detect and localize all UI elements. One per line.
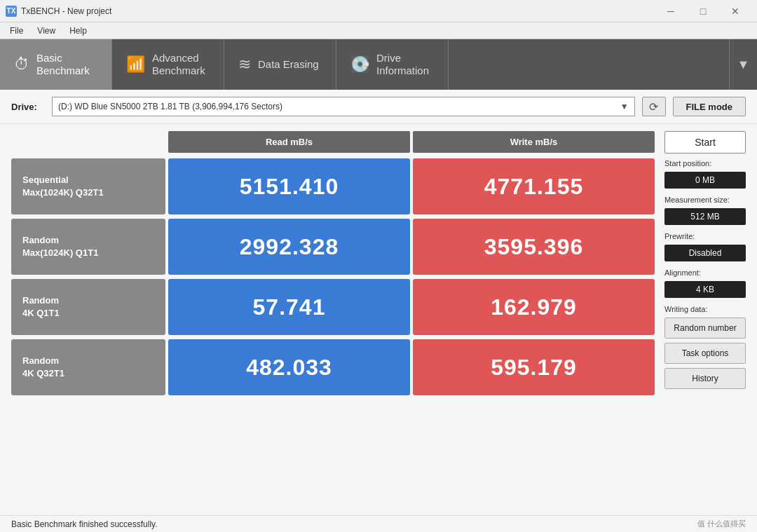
history-button[interactable]: History xyxy=(664,368,746,389)
table-row: SequentialMax(1024K) Q32T1 5151.410 4771… xyxy=(11,158,655,214)
row-write-seq: 4771.155 xyxy=(413,158,655,214)
data-erasing-icon: ≋ xyxy=(238,55,251,74)
header-read: Read mB/s xyxy=(168,131,410,153)
drive-bar: Drive: (D:) WD Blue SN5000 2TB 1.81 TB (… xyxy=(0,90,757,124)
tab-bar: ⏱ BasicBenchmark 📶 AdvancedBenchmark ≋ D… xyxy=(0,39,757,90)
row-label-rand1: RandomMax(1024K) Q1T1 xyxy=(11,219,165,275)
table-row: Random4K Q1T1 57.741 162.979 xyxy=(11,279,655,335)
task-options-button[interactable]: Task options xyxy=(664,343,746,364)
status-message: Basic Benchmark finished successfully. xyxy=(11,519,158,529)
tab-data-erasing[interactable]: ≋ Data Erasing xyxy=(224,39,336,90)
tab-advanced-label: AdvancedBenchmark xyxy=(152,52,205,77)
writing-data-button[interactable]: Random number xyxy=(664,318,746,339)
window-controls: ─ □ ✕ xyxy=(655,0,751,22)
table-header: Read mB/s Write mB/s xyxy=(11,131,655,153)
row-read-rand4kq32: 482.033 xyxy=(168,339,410,395)
drive-refresh-button[interactable]: ⟳ xyxy=(642,97,666,116)
tab-basic-label: BasicBenchmark xyxy=(36,52,90,77)
table-row: Random4K Q32T1 482.033 595.179 xyxy=(11,339,655,395)
row-read-rand4k: 57.741 xyxy=(168,279,410,335)
benchmark-table: Read mB/s Write mB/s SequentialMax(1024K… xyxy=(11,131,655,508)
writing-data-label: Writing data: xyxy=(664,305,746,313)
measurement-size-label: Measurement size: xyxy=(664,196,746,204)
status-bar: Basic Benchmark finished successfully. 值… xyxy=(0,515,757,532)
tab-basic-benchmark[interactable]: ⏱ BasicBenchmark xyxy=(0,39,112,90)
row-label-rand4kq32: Random4K Q32T1 xyxy=(11,339,165,395)
tab-erasing-label: Data Erasing xyxy=(258,58,319,71)
row-read-seq: 5151.410 xyxy=(168,158,410,214)
menu-bar: File View Help xyxy=(0,22,757,39)
start-position-label: Start position: xyxy=(664,159,746,168)
file-mode-button[interactable]: FILE mode xyxy=(673,97,746,116)
alignment-label: Alignment: xyxy=(664,268,746,277)
advanced-benchmark-icon: 📶 xyxy=(126,55,145,74)
drive-select-text: (D:) WD Blue SN5000 2TB 1.81 TB (3,906,9… xyxy=(58,102,282,111)
minimize-button[interactable]: ─ xyxy=(655,0,687,22)
watermark: 值 什么值得买 xyxy=(697,519,746,529)
start-position-value: 0 MB xyxy=(664,172,746,189)
row-label-rand4k: Random4K Q1T1 xyxy=(11,279,165,335)
prewrite-label: Prewrite: xyxy=(664,232,746,240)
sidebar: Start Start position: 0 MB Measurement s… xyxy=(655,131,746,508)
tab-drive-label: DriveInformation xyxy=(376,52,429,77)
menu-help[interactable]: Help xyxy=(62,25,94,37)
drive-info-icon: 💽 xyxy=(350,55,369,74)
window-title: TxBENCH - New project xyxy=(21,6,650,16)
start-button[interactable]: Start xyxy=(664,131,746,154)
drive-dropdown-arrow-icon: ▼ xyxy=(620,102,629,111)
measurement-size-value: 512 MB xyxy=(664,208,746,225)
tab-advanced-benchmark[interactable]: 📶 AdvancedBenchmark xyxy=(112,39,224,90)
title-bar: TX TxBENCH - New project ─ □ ✕ xyxy=(0,0,757,22)
drive-select[interactable]: (D:) WD Blue SN5000 2TB 1.81 TB (3,906,9… xyxy=(52,97,635,116)
app-icon: TX xyxy=(6,6,17,17)
tab-drive-information[interactable]: 💽 DriveInformation xyxy=(336,39,449,90)
row-write-rand4k: 162.979 xyxy=(413,279,655,335)
row-read-rand1: 2992.328 xyxy=(168,219,410,275)
menu-view[interactable]: View xyxy=(30,25,62,37)
close-button[interactable]: ✕ xyxy=(719,0,751,22)
row-write-rand4kq32: 595.179 xyxy=(413,339,655,395)
drive-label: Drive: xyxy=(11,102,45,112)
menu-file[interactable]: File xyxy=(3,25,30,37)
row-write-rand1: 3595.396 xyxy=(413,219,655,275)
results-area: Read mB/s Write mB/s SequentialMax(1024K… xyxy=(0,124,757,515)
table-row: RandomMax(1024K) Q1T1 2992.328 3595.396 xyxy=(11,219,655,275)
alignment-value: 4 KB xyxy=(664,281,746,298)
maximize-button[interactable]: □ xyxy=(687,0,719,22)
main-content: Drive: (D:) WD Blue SN5000 2TB 1.81 TB (… xyxy=(0,90,757,532)
tab-dropdown-button[interactable]: ▼ xyxy=(729,39,757,90)
header-write: Write mB/s xyxy=(413,131,655,153)
basic-benchmark-icon: ⏱ xyxy=(14,55,29,74)
row-label-seq: SequentialMax(1024K) Q32T1 xyxy=(11,158,165,214)
prewrite-value: Disabled xyxy=(664,245,746,261)
header-task xyxy=(11,131,165,153)
